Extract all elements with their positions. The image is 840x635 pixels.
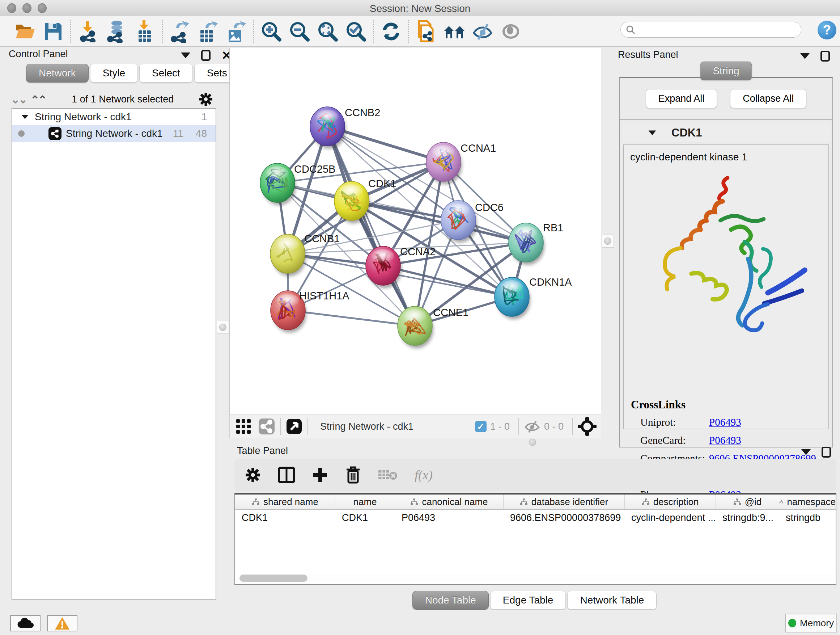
tab-style[interactable]: Style xyxy=(90,64,138,82)
zoom-fit-button[interactable] xyxy=(314,19,342,44)
memory-label: Memory xyxy=(800,618,834,629)
column-header[interactable]: database identifier xyxy=(504,494,625,509)
zoom-selected-button[interactable] xyxy=(342,19,370,44)
left-splitter-handle[interactable] xyxy=(217,321,229,334)
export-network-icon xyxy=(170,20,190,43)
houses-icon xyxy=(443,22,466,41)
table-toolbar: f(x) xyxy=(234,459,836,491)
scrollbar-thumb[interactable] xyxy=(240,575,308,582)
birds-eye-view-icon[interactable] xyxy=(578,417,597,436)
results-panel-title: Results Panel xyxy=(618,49,678,60)
network-edge[interactable] xyxy=(288,310,415,326)
selected-checkbox-icon[interactable]: ✓ xyxy=(475,421,486,432)
export-table-button[interactable] xyxy=(194,19,222,44)
expand-all-button[interactable]: Expand All xyxy=(646,89,717,108)
show-hide-button[interactable] xyxy=(497,19,525,44)
network-node-HIST1H1A[interactable]: HIST1H1A xyxy=(271,290,349,333)
window-title: Session: New Session xyxy=(0,3,840,14)
column-header[interactable]: description xyxy=(625,494,716,509)
collapse-all-networks-icon[interactable]: ⌄⌄ xyxy=(11,93,26,106)
table-panel-title: Table Panel xyxy=(237,445,288,456)
results-panel-menu-icon[interactable] xyxy=(800,53,810,59)
toolbar-search[interactable] xyxy=(621,22,801,38)
export-image-button[interactable] xyxy=(222,19,250,44)
node-label: RB1 xyxy=(543,222,563,233)
table-header-row: shared name name canonical name database… xyxy=(235,494,836,510)
cloud-status-button[interactable] xyxy=(10,615,41,631)
table-row[interactable]: CDK1 CDK1 P06493 9606.ENSP00000378699 cy… xyxy=(235,510,836,526)
table-panel-float-icon[interactable] xyxy=(821,447,831,458)
collapse-all-button[interactable]: Collapse All xyxy=(730,89,806,108)
string-import-button[interactable] xyxy=(412,19,440,44)
control-panel-float-icon[interactable] xyxy=(201,50,210,61)
network-row[interactable]: String Network - cdk1 11 48 xyxy=(12,125,216,142)
column-header[interactable]: @id xyxy=(716,494,779,509)
table-options-gear-icon[interactable] xyxy=(245,467,261,483)
tab-edge-table[interactable]: Edge Table xyxy=(490,591,566,610)
memory-button[interactable]: Memory xyxy=(785,614,837,632)
cloud-icon xyxy=(17,618,34,629)
network-canvas[interactable]: CCNB2CCNA1CDC25BCDK1CDC6RB1CCNB1CCNA2CDK… xyxy=(229,48,601,415)
toolbar-separator xyxy=(408,20,409,43)
column-header[interactable]: shared name xyxy=(235,494,335,509)
results-panel-float-icon[interactable] xyxy=(821,51,830,62)
export-image-icon xyxy=(226,20,246,43)
network-tree: String Network - cdk1 1 String Network -… xyxy=(11,108,216,600)
zoom-out-button[interactable] xyxy=(286,19,314,44)
grid-view-icon[interactable] xyxy=(235,418,251,434)
search-input[interactable] xyxy=(635,25,791,35)
column-header[interactable]: canonical name xyxy=(395,494,504,509)
home-button[interactable] xyxy=(440,19,469,44)
node-table[interactable]: shared name name canonical name database… xyxy=(234,493,836,585)
toolbar-separator xyxy=(373,20,374,43)
show-columns-icon[interactable] xyxy=(278,467,295,483)
table-horizontal-scrollbar[interactable] xyxy=(237,574,834,582)
toggle-graphics-details-button[interactable] xyxy=(469,19,497,44)
gene-section-header[interactable]: CDK1 xyxy=(622,123,830,143)
node-label: CCNB1 xyxy=(304,233,340,244)
network-node-CCNA1[interactable]: CCNA1 xyxy=(426,142,496,184)
add-column-icon[interactable] xyxy=(312,467,328,483)
expand-all-networks-icon[interactable]: ⌄⌄ xyxy=(32,93,47,106)
import-table-button[interactable] xyxy=(131,19,159,44)
open-session-button[interactable] xyxy=(11,19,39,44)
import-network-database-button[interactable] xyxy=(103,19,131,44)
crosslink-link[interactable]: P06493 xyxy=(709,416,741,428)
tab-string[interactable]: String xyxy=(700,62,752,80)
zoom-in-button[interactable] xyxy=(257,19,286,44)
network-collection-row[interactable]: String Network - cdk1 1 xyxy=(12,109,216,125)
save-session-button[interactable] xyxy=(39,19,67,44)
warning-icon xyxy=(54,616,70,630)
tab-node-table[interactable]: Node Table xyxy=(412,591,489,610)
network-graph[interactable]: CCNB2CCNA1CDC25BCDK1CDC6RB1CCNB1CCNA2CDK… xyxy=(230,48,601,415)
help-button[interactable]: ? xyxy=(818,21,836,40)
tab-network-table[interactable]: Network Table xyxy=(567,591,657,610)
gene-collapse-icon[interactable] xyxy=(649,131,656,135)
refresh-button[interactable] xyxy=(377,19,405,44)
network-node-CDKN1A[interactable]: CDKN1A xyxy=(494,276,572,319)
network-node-CDK1[interactable]: CDK1 xyxy=(334,178,396,223)
network-node-CCNB1[interactable]: CCNB1 xyxy=(270,233,340,276)
import-network-file-button[interactable] xyxy=(74,19,103,44)
table-panel-menu-icon[interactable] xyxy=(801,449,811,455)
column-header[interactable]: namespace xyxy=(779,494,836,509)
string-view-icon[interactable] xyxy=(258,418,275,435)
column-header[interactable]: name xyxy=(335,494,395,509)
collection-expand-icon[interactable] xyxy=(22,115,28,119)
zoom-in-icon xyxy=(261,21,282,42)
network-node-RB1[interactable]: RB1 xyxy=(508,222,563,265)
export-network-button[interactable] xyxy=(166,19,194,44)
control-panel-menu-icon[interactable] xyxy=(181,52,190,58)
node-label: HIST1H1A xyxy=(299,290,349,302)
network-options-gear-icon[interactable] xyxy=(198,92,213,107)
network-node-CCNE1[interactable]: CCNE1 xyxy=(398,306,469,348)
warnings-button[interactable] xyxy=(47,615,77,631)
network-row-label: String Network - cdk1 xyxy=(66,128,163,139)
protein-structure-image xyxy=(638,167,815,341)
tab-network[interactable]: Network xyxy=(26,64,88,82)
open-in-window-icon[interactable] xyxy=(286,418,302,435)
delete-column-icon[interactable] xyxy=(345,466,361,484)
document-network-icon xyxy=(417,20,436,43)
tab-select[interactable]: Select xyxy=(139,64,193,82)
save-icon xyxy=(43,22,63,41)
